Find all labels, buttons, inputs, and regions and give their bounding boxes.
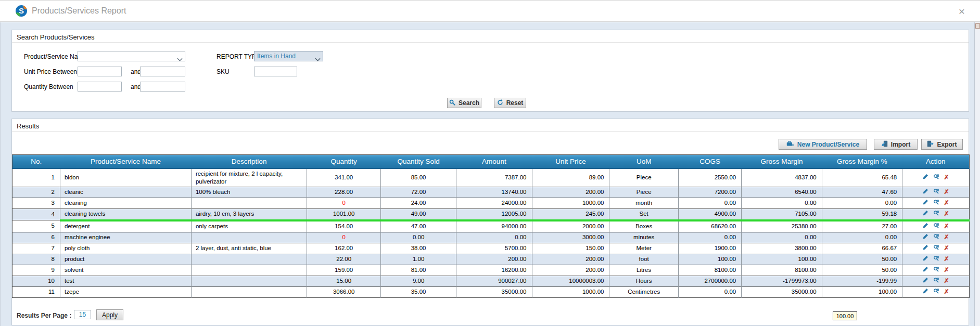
edit-icon[interactable] xyxy=(923,244,928,252)
unit-price-to-input[interactable] xyxy=(140,67,185,76)
cell-amount: 0.00 xyxy=(456,232,532,243)
cell-quantity_sold: 49.00 xyxy=(380,208,456,220)
cell-quantity_sold: 81.00 xyxy=(380,265,456,276)
scrollbar-thumb[interactable] xyxy=(975,23,980,29)
delete-icon[interactable]: ✗ xyxy=(944,189,949,195)
app-logo-icon: S xyxy=(16,5,27,17)
column-header-unit_price[interactable]: Unit Price xyxy=(532,155,609,168)
edit-icon[interactable] xyxy=(923,277,928,285)
column-header-gross_margin_pct[interactable]: Gross Margin % xyxy=(822,155,902,168)
view-icon[interactable] xyxy=(933,288,939,296)
cell-name: cleaning towels xyxy=(60,208,191,220)
cell-unit_price: 89.00 xyxy=(532,168,609,187)
view-icon[interactable] xyxy=(933,199,939,207)
cell-action: ✗ xyxy=(902,232,970,243)
delete-icon[interactable]: ✗ xyxy=(944,245,949,251)
column-header-amount[interactable]: Amount xyxy=(456,155,532,168)
cell-quantity: 1001.00 xyxy=(307,208,381,220)
delete-icon[interactable]: ✗ xyxy=(944,211,949,217)
view-icon[interactable] xyxy=(933,223,939,231)
column-header-description[interactable]: Description xyxy=(191,155,307,168)
new-product-service-label: New Product/Service xyxy=(797,141,859,148)
cell-gross_margin_pct: 50.00 xyxy=(822,265,902,276)
results-per-page-input[interactable] xyxy=(74,310,91,319)
delete-icon[interactable]: ✗ xyxy=(944,256,949,262)
cell-action: ✗ xyxy=(902,187,970,198)
cell-amount: 5700.00 xyxy=(456,243,532,254)
column-header-no[interactable]: No. xyxy=(12,155,60,168)
results-per-page-label: Results Per Page : xyxy=(17,312,71,319)
close-icon[interactable]: × xyxy=(955,5,969,18)
cell-action: ✗ xyxy=(902,265,970,276)
cell-quantity: 154.00 xyxy=(307,220,381,232)
view-icon[interactable] xyxy=(933,188,939,197)
column-header-quantity_sold[interactable]: Quantity Sold xyxy=(380,155,456,168)
cell-amount: 16200.00 xyxy=(456,265,532,276)
edit-icon[interactable] xyxy=(923,233,928,241)
view-icon[interactable] xyxy=(933,255,939,264)
view-icon[interactable] xyxy=(933,277,939,285)
edit-icon[interactable] xyxy=(923,266,928,274)
delete-icon[interactable]: ✗ xyxy=(944,175,949,180)
view-icon[interactable] xyxy=(933,244,939,253)
edit-icon[interactable] xyxy=(923,199,928,207)
column-header-cogs[interactable]: COGS xyxy=(678,155,741,168)
import-button[interactable]: Import xyxy=(874,139,918,150)
view-icon[interactable] xyxy=(933,233,939,242)
cell-quantity: 15.00 xyxy=(307,276,381,286)
delete-icon[interactable]: ✗ xyxy=(944,200,949,206)
cell-unit_price: 1000.00 xyxy=(532,286,609,297)
reset-button[interactable]: Reset xyxy=(494,98,526,108)
cell-gross_margin_pct: 100.00 xyxy=(822,286,902,297)
page-title: Products/Services Report xyxy=(32,6,126,16)
search-button[interactable]: Search xyxy=(447,98,481,108)
column-header-uom[interactable]: UoM xyxy=(609,155,678,168)
quantity-label: Quantity Between xyxy=(24,83,73,90)
cell-uom: Set xyxy=(609,208,678,220)
view-icon[interactable] xyxy=(933,174,939,182)
edit-icon[interactable] xyxy=(923,174,928,181)
delete-icon[interactable]: ✗ xyxy=(944,289,949,295)
column-header-action[interactable]: Action xyxy=(902,155,970,168)
vertical-scrollbar[interactable] xyxy=(974,22,980,326)
product-name-select[interactable] xyxy=(78,51,185,61)
delete-icon[interactable]: ✗ xyxy=(944,267,949,273)
results-table: No.Product/Service NameDescriptionQuanti… xyxy=(12,154,970,298)
cell-uom: Hours xyxy=(609,276,678,286)
column-header-name[interactable]: Product/Service Name xyxy=(60,155,191,168)
quantity-from-input[interactable] xyxy=(78,82,122,92)
cell-cogs: 0.00 xyxy=(678,198,741,208)
cell-quantity: 228.00 xyxy=(307,187,381,198)
cell-gross_margin_pct: 66.67 xyxy=(822,243,902,254)
edit-icon[interactable] xyxy=(923,188,928,196)
cell-quantity: 3066.00 xyxy=(307,286,381,297)
new-product-service-button[interactable]: New Product/Service xyxy=(779,139,867,150)
view-icon[interactable] xyxy=(933,210,939,218)
cell-uom: Piece xyxy=(609,187,678,198)
quantity-to-input[interactable] xyxy=(140,82,185,92)
report-type-select[interactable]: Items in Hand xyxy=(254,51,323,61)
unit-price-from-input[interactable] xyxy=(78,67,122,76)
apply-button[interactable]: Apply xyxy=(96,309,123,320)
edit-icon[interactable] xyxy=(923,210,928,218)
cell-description xyxy=(191,198,307,208)
view-icon[interactable] xyxy=(933,266,939,275)
edit-icon[interactable] xyxy=(923,288,928,296)
delete-icon[interactable]: ✗ xyxy=(944,224,949,229)
cell-name: bidon xyxy=(60,168,191,187)
unit-price-label: Unit Price Between xyxy=(24,68,77,75)
cell-cogs: 2700000.00 xyxy=(678,276,741,286)
cell-uom: month xyxy=(609,198,678,208)
cell-quantity_sold: 85.00 xyxy=(380,168,456,187)
cell-gross_margin: 8100.00 xyxy=(742,265,822,276)
cell-gross_margin: 0.00 xyxy=(742,198,822,208)
export-button[interactable]: Export xyxy=(921,139,963,150)
edit-icon[interactable] xyxy=(923,255,928,263)
edit-icon[interactable] xyxy=(923,223,928,230)
delete-icon[interactable]: ✗ xyxy=(944,234,949,240)
delete-icon[interactable]: ✗ xyxy=(944,278,949,284)
table-row: 4cleaning towelsairdry, 10 cm, 3 layers1… xyxy=(12,208,970,220)
sku-input[interactable] xyxy=(254,67,297,76)
column-header-gross_margin[interactable]: Gross Margin xyxy=(742,155,822,168)
column-header-quantity[interactable]: Quantity xyxy=(307,155,381,168)
